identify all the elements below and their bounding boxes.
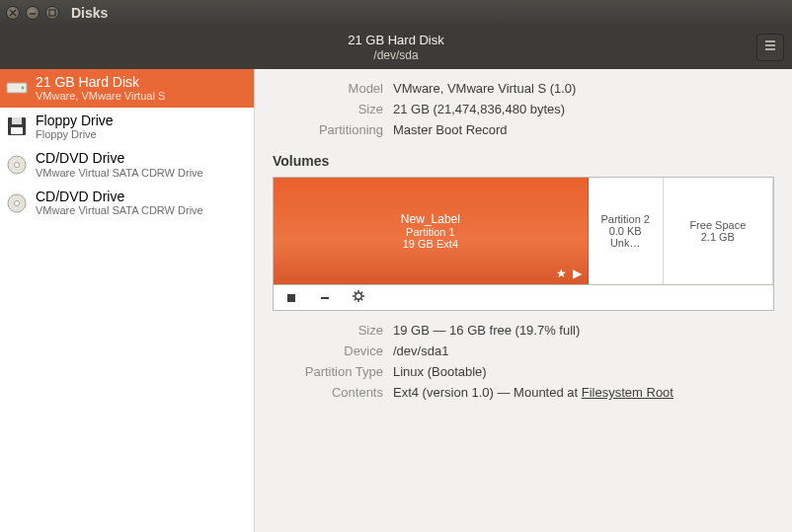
value-psize: 19 GB — 16 GB free (19.7% full) xyxy=(393,323,774,338)
minimize-button[interactable] xyxy=(26,6,40,20)
value-model: VMware, VMware Virtual S (1.0) xyxy=(393,81,774,96)
vol-label: New_Label xyxy=(401,212,460,226)
label-psize: Size xyxy=(255,323,383,338)
header-disk-name: 21 GB Hard Disk xyxy=(0,33,792,48)
sidebar-item-hdd[interactable]: 21 GB Hard Disk VMware, VMware Virtual S xyxy=(0,69,254,108)
volumes-heading: Volumes xyxy=(273,153,774,169)
sidebar-item-title: Floppy Drive xyxy=(36,113,114,128)
sidebar-item-cd-2[interactable]: CD/DVD Drive VMware Virtual SATA CDRW Dr… xyxy=(0,184,254,222)
contents-text: Ext4 (version 1.0) — Mounted at xyxy=(393,385,582,400)
label-contents: Contents xyxy=(255,385,383,400)
vol-partition: Partition 1 xyxy=(406,226,455,238)
svg-rect-5 xyxy=(11,127,23,134)
volume-toolbar xyxy=(274,284,773,310)
sidebar-item-floppy[interactable]: Floppy Drive Floppy Drive xyxy=(0,108,254,146)
gear-icon xyxy=(352,289,365,307)
label-ptype: Partition Type xyxy=(255,364,383,379)
value-device: /dev/sda1 xyxy=(393,343,774,358)
partition-details: Size 19 GB — 16 GB free (19.7% full) Dev… xyxy=(255,321,774,410)
vol-label: Free Space xyxy=(689,219,746,231)
sidebar-item-title: CD/DVD Drive xyxy=(36,189,203,204)
label-device: Device xyxy=(255,343,383,358)
volume-partition-2[interactable]: Partition 2 0.0 KB Unk… xyxy=(589,178,664,284)
svg-point-9 xyxy=(15,200,20,205)
volume-partition-1[interactable]: New_Label Partition 1 19 GB Ext4 ★ ▶ xyxy=(274,178,589,284)
svg-point-11 xyxy=(356,292,361,298)
header-disk-path: /dev/sda xyxy=(0,48,792,62)
vol-size: 0.0 KB Unk… xyxy=(594,225,657,249)
window-title: Disks xyxy=(71,5,108,21)
label-partitioning: Partitioning xyxy=(255,122,383,137)
device-sidebar: 21 GB Hard Disk VMware, VMware Virtual S… xyxy=(0,69,255,532)
hdd-icon xyxy=(6,77,28,99)
sidebar-item-title: CD/DVD Drive xyxy=(36,150,203,166)
disk-info: Model VMware, VMware Virtual S (1.0) Siz… xyxy=(255,79,774,147)
sidebar-item-sub: VMware Virtual SATA CDRW Drive xyxy=(36,204,203,217)
label-size: Size xyxy=(255,102,383,116)
star-icon: ★ xyxy=(556,266,567,280)
label-model: Model xyxy=(255,81,383,96)
main-pane: Model VMware, VMware Virtual S (1.0) Siz… xyxy=(255,69,792,532)
value-contents: Ext4 (version 1.0) — Mounted at Filesyst… xyxy=(393,385,774,400)
window-controls xyxy=(6,6,59,20)
floppy-icon xyxy=(6,115,28,137)
volumes-row: New_Label Partition 1 19 GB Ext4 ★ ▶ Par… xyxy=(274,178,773,284)
volumes-box: New_Label Partition 1 19 GB Ext4 ★ ▶ Par… xyxy=(273,177,774,311)
svg-rect-0 xyxy=(49,10,55,16)
vol-size-fs: 19 GB Ext4 xyxy=(403,238,458,250)
close-button[interactable] xyxy=(6,6,20,20)
header-title: 21 GB Hard Disk /dev/sda xyxy=(0,33,792,62)
delete-button[interactable] xyxy=(317,290,333,306)
sidebar-item-title: 21 GB Hard Disk xyxy=(36,74,165,90)
more-actions-button[interactable] xyxy=(351,290,366,306)
sidebar-item-sub: Floppy Drive xyxy=(36,128,114,141)
vol-label: Partition 2 xyxy=(600,213,650,225)
window-titlebar: Disks xyxy=(0,0,792,26)
value-partitioning: Master Boot Record xyxy=(393,122,774,137)
volume-free-space[interactable]: Free Space 2.1 GB xyxy=(664,178,773,284)
play-icon: ▶ xyxy=(573,266,582,280)
sidebar-item-sub: VMware Virtual SATA CDRW Drive xyxy=(36,167,203,180)
svg-rect-10 xyxy=(287,294,295,302)
hamburger-icon xyxy=(763,38,777,56)
sidebar-item-sub: VMware, VMware Virtual S xyxy=(36,90,165,103)
disc-icon xyxy=(6,154,28,176)
unmount-button[interactable] xyxy=(283,290,299,306)
value-size: 21 GB (21,474,836,480 bytes) xyxy=(393,102,774,116)
svg-point-7 xyxy=(15,162,20,167)
menu-button[interactable] xyxy=(756,34,784,61)
vol-size: 2.1 GB xyxy=(701,231,735,243)
svg-point-2 xyxy=(22,87,25,90)
disc-icon xyxy=(6,192,28,214)
header-bar: 21 GB Hard Disk /dev/sda xyxy=(0,26,792,69)
mount-point-link[interactable]: Filesystem Root xyxy=(582,385,673,400)
sidebar-item-cd-1[interactable]: CD/DVD Drive VMware Virtual SATA CDRW Dr… xyxy=(0,145,254,184)
svg-rect-4 xyxy=(12,117,22,124)
value-ptype: Linux (Bootable) xyxy=(393,364,774,379)
maximize-button[interactable] xyxy=(45,6,59,20)
